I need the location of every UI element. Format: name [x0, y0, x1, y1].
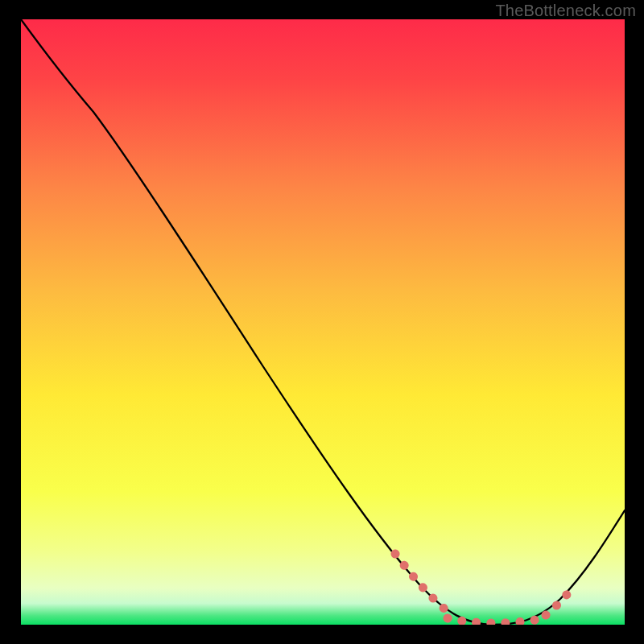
attribution-label: TheBottleneck.com: [495, 2, 636, 20]
chart-stage: TheBottleneck.com: [0, 0, 644, 644]
gradient-background: [21, 19, 625, 625]
highlight-valley-floor: [448, 618, 536, 623]
bottleneck-plot: [21, 19, 625, 625]
